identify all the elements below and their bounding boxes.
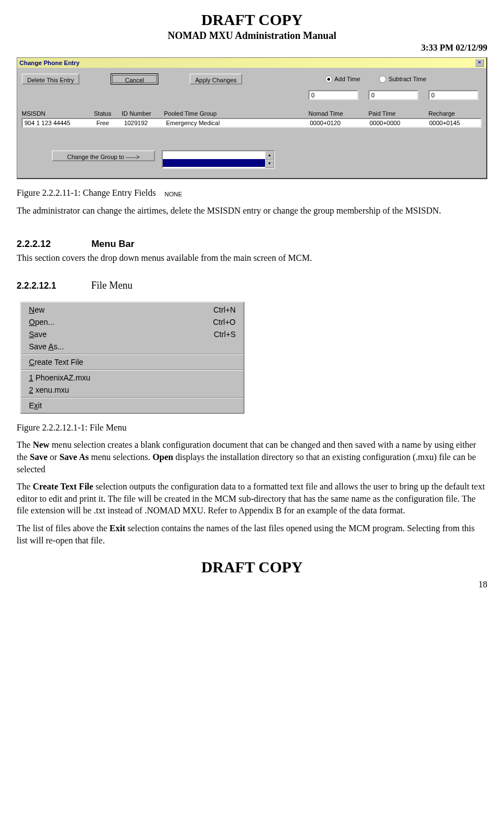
col-msisdn: MSISDN xyxy=(22,110,94,117)
menu-item-save[interactable]: Save Ctrl+S xyxy=(21,328,243,340)
col-idnum: ID Number xyxy=(122,110,164,117)
radio-selected-icon xyxy=(325,76,332,83)
figure-caption-2: Figure 2.2.2.12.1-1: File Menu xyxy=(17,422,487,434)
paragraph: The Create Text File selection outputs t… xyxy=(17,481,487,517)
subsection-number: 2.2.2.12.1 xyxy=(17,281,89,291)
menu-item-recent-1[interactable]: 1 PhoenixAZ.mxu xyxy=(21,372,243,384)
data-row[interactable]: 904 1 123 44445 Free 1029192 Emergency M… xyxy=(22,118,482,128)
menu-item-create-text-file[interactable]: Create Text File xyxy=(21,356,243,368)
cell-idnum: 1029192 xyxy=(124,120,166,126)
group-listbox[interactable]: NONE Emergency Medical ▲ ▼ xyxy=(162,150,275,169)
menu-item-save-as[interactable]: Save As... xyxy=(21,340,243,353)
shortcut-label: Ctrl+S xyxy=(214,330,236,339)
col-paid: Paid Time xyxy=(368,110,428,117)
section-heading: 2.2.2.12 Menu Bar xyxy=(17,239,487,250)
figure-caption-1: Figure 2.2.2.11-1: Change Entry Fields xyxy=(17,187,487,199)
time-input-3[interactable] xyxy=(428,90,478,100)
section-number: 2.2.2.12 xyxy=(17,239,89,250)
change-phone-entry-window: Change Phone Entry × Delete This Entry C… xyxy=(17,57,487,179)
add-time-radio[interactable]: Add Time xyxy=(325,76,360,83)
file-menu: New Ctrl+N Open... Ctrl+O Save Ctrl+S Sa… xyxy=(20,301,244,414)
paragraph: This section covers the drop down menus … xyxy=(17,252,487,264)
footer-draft: DRAFT COPY xyxy=(17,558,487,576)
shortcut-label: Ctrl+N xyxy=(213,305,236,314)
paragraph: The administrator can change the airtime… xyxy=(17,205,487,217)
col-pooled: Pooled Time Group xyxy=(164,110,308,117)
close-icon[interactable]: × xyxy=(475,59,484,67)
time-input-1[interactable] xyxy=(308,90,358,100)
scrollbar[interactable]: ▲ ▼ xyxy=(265,151,274,168)
shortcut-label: Ctrl+O xyxy=(213,318,236,327)
subsection-heading: 2.2.2.12.1 File Menu xyxy=(17,280,487,291)
change-group-button[interactable]: Change the Group to -----> xyxy=(52,150,155,161)
add-time-label: Add Time xyxy=(335,76,360,82)
scroll-up-icon[interactable]: ▲ xyxy=(265,151,274,160)
menu-item-exit[interactable]: Exit xyxy=(21,399,243,412)
section-title: Menu Bar xyxy=(91,239,134,249)
cell-recharge: 0000+0145 xyxy=(429,120,479,126)
subtract-time-radio[interactable]: Subtract Time xyxy=(379,76,426,83)
list-item[interactable]: Emergency Medical xyxy=(163,159,265,167)
cancel-button[interactable]: Cancel xyxy=(111,73,158,85)
cell-paid: 0000+0000 xyxy=(370,120,429,126)
menu-item-open[interactable]: Open... Ctrl+O xyxy=(21,316,243,328)
col-status: Status xyxy=(94,110,122,117)
col-nomad: Nomad Time xyxy=(308,110,368,117)
header-draft: DRAFT COPY xyxy=(17,11,487,29)
menu-item-new[interactable]: New Ctrl+N xyxy=(21,304,243,316)
col-recharge: Recharge xyxy=(428,110,478,117)
window-titlebar: Change Phone Entry × xyxy=(17,58,486,68)
subtract-time-label: Subtract Time xyxy=(388,76,426,82)
table-header: MSISDN Status ID Number Pooled Time Grou… xyxy=(22,110,482,117)
list-item[interactable]: NONE xyxy=(163,151,265,159)
cell-pooled: Emergency Medical xyxy=(166,120,310,126)
radio-unselected-icon xyxy=(379,76,386,83)
cell-nomad: 0000+0120 xyxy=(310,120,369,126)
scroll-down-icon[interactable]: ▼ xyxy=(265,160,274,168)
header-title: NOMAD MXU Administration Manual xyxy=(17,30,487,42)
cell-msisdn: 904 1 123 44445 xyxy=(24,120,96,126)
apply-changes-button[interactable]: Apply Changes xyxy=(189,73,242,85)
delete-entry-button[interactable]: Delete This Entry xyxy=(22,73,79,85)
time-input-2[interactable] xyxy=(368,90,418,100)
paragraph: The list of files above the Exit selecti… xyxy=(17,522,487,546)
page-number: 18 xyxy=(17,580,487,590)
window-title: Change Phone Entry xyxy=(19,60,79,66)
cell-status: Free xyxy=(96,120,124,126)
header-timestamp: 3:33 PM 02/12/99 xyxy=(17,43,487,53)
menu-item-recent-2[interactable]: 2 xenu.mxu xyxy=(21,384,243,396)
paragraph: The New menu selection creates a blank c… xyxy=(17,439,487,475)
subsection-title: File Menu xyxy=(91,280,133,291)
